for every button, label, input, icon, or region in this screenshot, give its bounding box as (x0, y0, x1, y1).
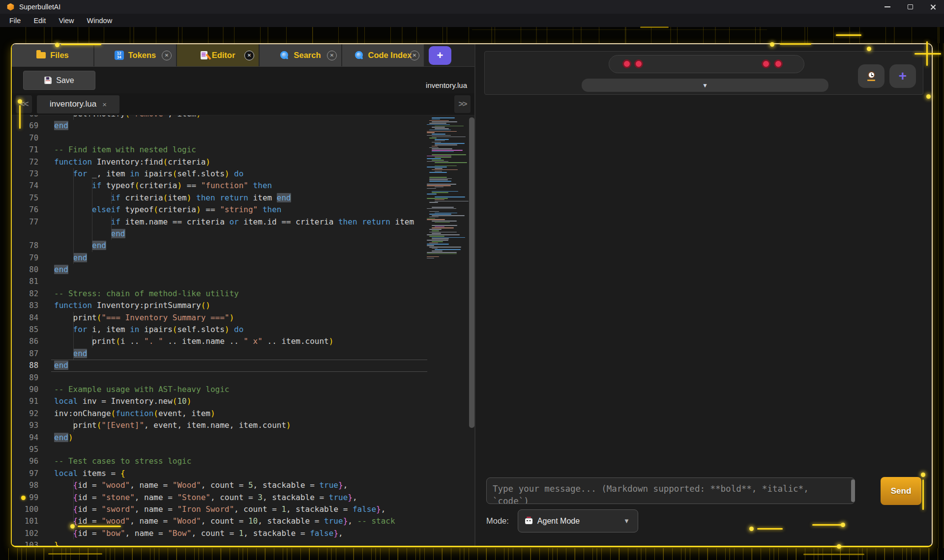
tab-files[interactable]: Files (12, 44, 94, 66)
tab-close-icon[interactable]: ✕ (327, 51, 337, 60)
code-editor[interactable]: 68 self:notify("remove", item)69end7071-… (12, 115, 474, 546)
code-line-92: 92inv:onChange(function(event, item) (12, 408, 474, 420)
code-line-78: 78 end (12, 240, 474, 252)
line-number: 103 (12, 539, 49, 546)
line-number: 95 (12, 444, 49, 455)
menu-item-file[interactable]: File (3, 14, 27, 27)
file-tabs-prev-button[interactable]: << (16, 95, 32, 113)
minimap-line (432, 137, 466, 138)
minimap-line (435, 139, 449, 140)
minimap-line (427, 158, 441, 159)
red-circle-icon[interactable] (634, 59, 643, 68)
message-input[interactable] (486, 477, 855, 504)
tab-close-icon[interactable]: ✕ (410, 51, 419, 60)
code-line-94: 94end) (12, 432, 474, 444)
minimap-line (435, 140, 445, 141)
line-content: end (54, 360, 474, 371)
code-line-96: 96-- Test cases to stress logic (12, 455, 474, 467)
minimap-line (427, 167, 447, 168)
save-button[interactable]: Save (23, 71, 95, 90)
minimap-line (427, 156, 451, 157)
send-button[interactable]: Send (881, 477, 921, 505)
line-content: if typeof(criteria) == "function" then (54, 180, 474, 192)
minimap-line (427, 132, 435, 133)
minimap-line (435, 162, 467, 163)
minimap-line (432, 251, 442, 252)
minimap-line (429, 243, 438, 244)
history-clock-button[interactable] (858, 64, 885, 88)
minimap-line (427, 253, 457, 254)
chat-dropdown-pill[interactable]: ▼ (582, 79, 828, 92)
line-number: 88 (12, 360, 49, 371)
line-content: local items = { (54, 468, 474, 479)
file-tab-inventory[interactable]: inventory.lua × (37, 95, 119, 113)
code-line-73: 73 for _, item in ipairs(self.slots) do (12, 168, 474, 180)
minimap-line (435, 201, 469, 202)
dropdown-caret-icon: ▼ (623, 517, 630, 525)
minimap-line (432, 151, 454, 152)
file-tabs-next-button[interactable]: >> (454, 95, 471, 113)
line-number: 100 (12, 504, 49, 515)
line-number: 94 (12, 432, 49, 444)
title-bar: SuperbulletAI (0, 0, 944, 14)
line-content: for _, item in ipairs(self.slots) do (54, 168, 474, 180)
minimap-line (432, 154, 466, 155)
minimize-button[interactable] (876, 0, 899, 14)
red-circle-icon[interactable] (622, 59, 631, 68)
tab-search[interactable]: Search✕ (260, 44, 342, 66)
editor-scrollbar[interactable] (469, 117, 474, 428)
file-tab-close-icon[interactable]: × (102, 100, 107, 109)
glow-line (757, 528, 783, 530)
minimap-line (432, 227, 454, 228)
tab-editor[interactable]: Editor✕ (177, 44, 260, 66)
minimap-line (427, 188, 436, 189)
code-line-84: 84 print("=== Inventory Summary ===") (12, 312, 474, 324)
line-number: 84 (12, 312, 49, 324)
mode-value: Agent Mode (537, 517, 580, 526)
minimap-line (435, 187, 443, 188)
line-content: {id = "wood", name = "Wood", count = 5, … (54, 479, 474, 491)
minimap-line (432, 119, 440, 120)
line-number: 81 (12, 276, 49, 287)
red-circle-icon[interactable] (762, 59, 770, 68)
line-content: {id = "bow", name = "Bow", count = 1, st… (54, 528, 474, 539)
add-tab-button[interactable]: + (429, 46, 451, 65)
glow-dot (18, 99, 22, 104)
maximize-button[interactable] (899, 0, 921, 14)
line-number (12, 228, 49, 240)
message-input-scrollbar[interactable] (851, 479, 855, 502)
clock-base-icon (867, 80, 875, 81)
line-number: 73 (12, 168, 49, 180)
menu-item-edit[interactable]: Edit (27, 14, 52, 27)
window-controls (876, 0, 944, 14)
mode-dropdown[interactable]: Agent Mode ▼ (518, 509, 638, 532)
line-number: 70 (12, 132, 49, 144)
tab-close-icon[interactable]: ✕ (244, 51, 254, 60)
maximize-icon (908, 4, 913, 9)
minimap-line (435, 171, 442, 172)
line-number: 82 (12, 288, 49, 300)
tab-code-index[interactable]: Code Index✕ (342, 44, 425, 66)
minimap-line (432, 191, 458, 192)
red-circle-icon[interactable] (774, 59, 783, 68)
menu-item-view[interactable]: View (52, 14, 80, 27)
chat-tab-pill[interactable] (609, 55, 804, 73)
breakpoint-icon[interactable] (21, 496, 26, 500)
glow-dot (770, 42, 774, 47)
line-content: end (54, 348, 474, 360)
glow-dot (921, 473, 925, 477)
code-line-95: 95 (12, 444, 474, 455)
tab-close-icon[interactable]: ✕ (162, 51, 172, 60)
glow-line (836, 34, 861, 36)
minimap-line (427, 234, 460, 235)
minimap[interactable] (427, 117, 468, 260)
menu-item-window[interactable]: Window (81, 14, 119, 27)
code-line-89: 89 (12, 372, 474, 384)
minimap-line (427, 218, 435, 219)
minimap-line (432, 160, 444, 161)
close-button[interactable] (921, 0, 944, 14)
tab-tokens[interactable]: 1234Tokens✕ (94, 44, 177, 66)
line-content: end (54, 120, 474, 132)
line-number: 80 (12, 264, 49, 276)
new-chat-button[interactable]: + (889, 64, 916, 88)
